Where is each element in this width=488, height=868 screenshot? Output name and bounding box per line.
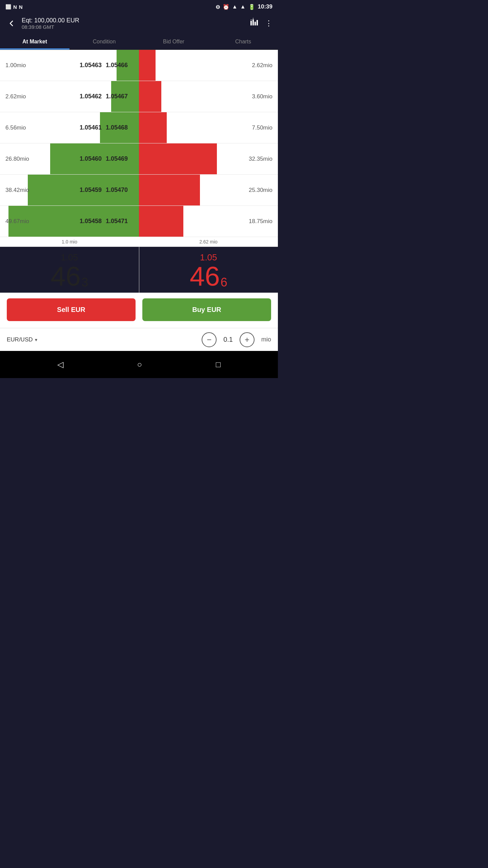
table-row: 6.56mio 1.05461 1.05468 7.50mio	[0, 112, 278, 143]
header: Eqt: 100,000.00 EUR 08:39:08 GMT ⋮	[0, 14, 278, 34]
quantity-controls: − 0.1 + mio	[37, 332, 271, 347]
charts-icon[interactable]	[249, 18, 258, 29]
nav-recent-button[interactable]: □	[216, 360, 221, 369]
time-display: 10:39	[258, 3, 272, 10]
wifi-icon: ▲	[232, 4, 238, 10]
ask-volume: 18.75mio	[159, 218, 278, 225]
svg-rect-1	[252, 19, 254, 25]
ask-volume: 7.50mio	[159, 124, 278, 131]
bid-price: 1.05459	[44, 186, 102, 194]
table-row: 2.62mio 1.05462 1.05467 3.60mio	[0, 81, 278, 112]
alarm-icon: ⏰	[223, 4, 229, 10]
minus-circle-icon: ⊖	[216, 4, 220, 10]
tabs-bar: At Market Condition Bid Offer Charts	[0, 34, 278, 50]
ask-price: 1.05467	[102, 93, 159, 100]
currency-selector[interactable]: EUR/USD ▾	[7, 336, 37, 343]
ask-volume-label: 2.62 mio	[139, 239, 278, 244]
bid-volume: 6.56mio	[0, 124, 44, 131]
square-icon: ⬜	[5, 4, 11, 9]
status-left-icons: ⬜ N N	[5, 4, 23, 10]
ask-price: 1.05471	[102, 218, 159, 225]
header-title: Eqt: 100,000.00 EUR 08:39:08 GMT	[22, 17, 79, 30]
bid-volume-label: 1.0 mio	[0, 239, 139, 244]
chevron-down-icon: ▾	[35, 337, 37, 342]
bid-volume: 38.42mio	[0, 187, 44, 194]
n2-icon: N	[19, 4, 23, 10]
bid-volume: 1.00mio	[0, 62, 44, 69]
table-row: 26.80mio 1.05460 1.05469 32.35mio	[0, 143, 278, 175]
ask-price: 1.05468	[102, 124, 159, 131]
decrease-qty-button[interactable]: −	[202, 332, 217, 347]
quantity-value: 0.1	[223, 336, 233, 343]
svg-rect-2	[255, 22, 256, 25]
svg-rect-3	[257, 20, 258, 25]
bid-price: 1.05458	[44, 218, 102, 225]
ask-price: 1.05470	[102, 186, 159, 194]
increase-qty-button[interactable]: +	[240, 332, 255, 347]
buy-price-sub: 6	[221, 276, 227, 289]
nav-home-button[interactable]: ○	[137, 360, 142, 369]
sell-button[interactable]: Sell EUR	[7, 298, 136, 321]
buy-price-big: 466	[190, 263, 227, 290]
buy-price-panel: 1.05 466	[139, 247, 278, 293]
action-row: Sell EUR Buy EUR	[0, 293, 278, 328]
currency-pair-label: EUR/USD	[7, 336, 33, 343]
tab-bid-offer[interactable]: Bid Offer	[139, 34, 208, 50]
bid-volume: 2.62mio	[0, 93, 44, 100]
battery-icon: 🔋	[248, 4, 255, 10]
more-options-icon[interactable]: ⋮	[265, 19, 272, 28]
buy-button[interactable]: Buy EUR	[142, 298, 271, 321]
svg-rect-0	[250, 21, 252, 25]
status-right-icons: ⊖ ⏰ ▲ ▲ 🔋 10:39	[216, 3, 272, 10]
signal-icon: ▲	[240, 4, 246, 10]
ask-volume: 32.35mio	[159, 156, 278, 162]
bid-price: 1.05463	[44, 62, 102, 69]
quantity-unit: mio	[261, 336, 271, 343]
n-icon: N	[13, 4, 17, 10]
table-row: 38.42mio 1.05459 1.05470 25.30mio	[0, 175, 278, 206]
bid-volume: 49.67mio	[0, 218, 44, 225]
header-title-main: Eqt: 100,000.00 EUR	[22, 17, 79, 24]
tab-at-market[interactable]: At Market	[0, 34, 69, 50]
ask-volume: 25.30mio	[159, 187, 278, 194]
volume-labels-row: 1.0 mio 2.62 mio	[0, 237, 278, 247]
table-row: 49.67mio 1.05458 1.05471 18.75mio	[0, 206, 278, 237]
header-subtitle: 08:39:08 GMT	[22, 24, 79, 30]
ask-volume: 3.60mio	[159, 93, 278, 100]
tab-charts[interactable]: Charts	[208, 34, 278, 50]
bid-price: 1.05462	[44, 93, 102, 100]
tab-condition[interactable]: Condition	[69, 34, 139, 50]
sell-price-sub: 3	[81, 276, 88, 289]
header-actions: ⋮	[249, 18, 272, 29]
order-book: 1.00mio 1.05463 1.05466 2.62mio 2.62mio …	[0, 50, 278, 237]
table-row: 1.00mio 1.05463 1.05466 2.62mio	[0, 50, 278, 81]
sell-price-panel: 1.05 463	[0, 247, 139, 293]
bid-volume: 26.80mio	[0, 156, 44, 162]
ask-price: 1.05469	[102, 155, 159, 162]
ask-volume: 2.62mio	[159, 62, 278, 69]
header-left: Eqt: 100,000.00 EUR 08:39:08 GMT	[5, 17, 79, 30]
price-section: 1.05 463 1.05 466	[0, 247, 278, 293]
ask-price: 1.05466	[102, 62, 159, 69]
bottom-bar: EUR/USD ▾ − 0.1 + mio	[0, 328, 278, 351]
sell-price-big: 463	[50, 263, 88, 290]
back-button[interactable]	[5, 17, 18, 29]
status-bar: ⬜ N N ⊖ ⏰ ▲ ▲ 🔋 10:39	[0, 0, 278, 14]
bid-price: 1.05460	[44, 155, 102, 162]
bid-price: 1.05461	[44, 124, 102, 131]
android-nav-bar: ◁ ○ □	[0, 351, 278, 378]
nav-back-button[interactable]: ◁	[57, 360, 63, 369]
